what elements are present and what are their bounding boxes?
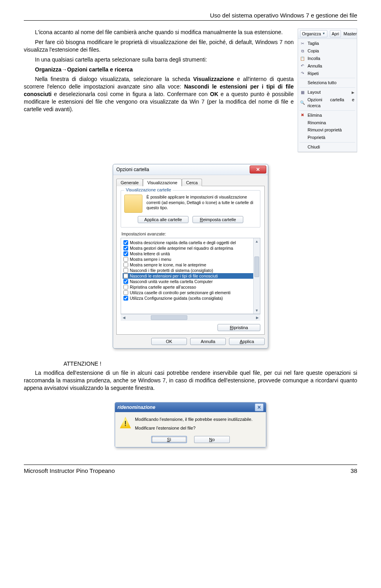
group-title: Visualizzazione cartelle <box>124 187 173 192</box>
rename-line2: Modificare l'estensione del file? <box>135 426 252 430</box>
close-icon: ✕ <box>256 167 260 172</box>
apri-button[interactable]: Apri <box>330 30 341 37</box>
dialog-title: Opzioni cartella <box>116 167 149 172</box>
menu-item-rimuovi-proprieta[interactable]: Rimuovi proprietà <box>298 126 357 134</box>
group-description: È possibile applicare le impostazioni di… <box>146 195 257 213</box>
advanced-setting-row[interactable]: Nascondi i file protetti di sistema (con… <box>123 268 258 273</box>
folder-icon <box>124 195 142 213</box>
folder-options-dialog: Opzioni cartella ✕ Generale Visualizzazi… <box>113 164 268 349</box>
advanced-setting-checkbox[interactable] <box>123 262 128 267</box>
menu-item-rinomina[interactable]: Rinomina <box>298 119 357 127</box>
scroll-left-icon[interactable]: ◀ <box>121 314 127 321</box>
scroll-up-icon[interactable]: ▲ <box>254 238 260 245</box>
advanced-setting-label: Nascondi unità vuote nella cartella Comp… <box>130 279 213 284</box>
menu-item-annulla[interactable]: ↶Annulla <box>298 62 357 70</box>
advanced-setting-row[interactable]: Mostra lettere di unità <box>123 251 258 256</box>
advanced-setting-row[interactable]: Nascondi le estensioni per i tipi di fil… <box>123 273 258 279</box>
advanced-setting-checkbox[interactable] <box>123 290 128 295</box>
rename-close-button[interactable]: ✕ <box>255 403 264 411</box>
advanced-setting-label: Utilizza Configurazione guidata (scelta … <box>130 296 223 301</box>
tab-visualizzazione[interactable]: Visualizzazione <box>143 179 182 186</box>
undo-icon: ↶ <box>300 63 305 69</box>
advanced-setting-row[interactable]: Mostra sempre i menu <box>123 256 258 262</box>
advanced-setting-checkbox[interactable] <box>123 257 128 262</box>
advanced-setting-label: Mostra lettere di unità <box>130 251 170 256</box>
advanced-setting-row[interactable]: Mostra gestori delle anteprime nel riqua… <box>123 245 258 251</box>
menu-item-elimina[interactable]: ✖Elimina <box>298 112 357 119</box>
warning-icon: ! <box>120 417 131 428</box>
hscroll-thumb[interactable] <box>151 315 187 320</box>
delete-icon: ✖ <box>300 112 305 118</box>
dialog-titlebar: Opzioni cartella ✕ <box>113 164 268 175</box>
menu-item-seleziona-tutto[interactable]: Seleziona tutto <box>298 79 357 87</box>
advanced-label: Impostazioni avanzate: <box>121 231 260 236</box>
rename-line1: Modificando l'estensione, il file potreb… <box>135 417 252 422</box>
advanced-setting-checkbox[interactable] <box>123 251 128 256</box>
reset-folders-button[interactable]: Reimposta cartelle <box>192 216 243 223</box>
scroll-thumb[interactable] <box>254 256 259 277</box>
advanced-setting-row[interactable]: Mostra sempre le icone, mai le anteprime <box>123 262 258 268</box>
rename-titlebar: ridenominazione ✕ <box>115 403 266 412</box>
advanced-setting-label: Utilizza caselle di controllo per selezi… <box>130 290 231 295</box>
advanced-setting-checkbox[interactable] <box>123 285 128 289</box>
apply-all-folders-button[interactable]: Applica alle cartelle <box>138 216 189 223</box>
advanced-setting-checkbox[interactable] <box>123 279 128 284</box>
attention-label: ATTENZIONE ! <box>64 361 357 367</box>
advanced-setting-checkbox[interactable] <box>123 240 128 245</box>
advanced-setting-row[interactable]: Utilizza Configurazione guidata (scelta … <box>123 295 258 301</box>
document-header: Uso del sistema operativo Windows 7 e ge… <box>24 12 357 21</box>
redo-icon: ↷ <box>300 71 305 76</box>
no-button[interactable]: No <box>194 436 230 443</box>
advanced-setting-label: Mostra sempre le icone, mai le anteprime <box>130 262 206 267</box>
master-label: Master <box>343 31 357 37</box>
menu-item-copia[interactable]: ⧉Copia <box>298 47 357 55</box>
menu-item-chiudi[interactable]: Chiudi <box>298 143 357 151</box>
advanced-setting-label: Nascondi le estensioni per i tipi di fil… <box>130 274 218 278</box>
advanced-setting-row[interactable]: Ripristina cartelle aperte all'accesso <box>123 284 258 290</box>
advanced-setting-checkbox[interactable] <box>123 268 128 273</box>
rename-dialog: ridenominazione ✕ ! Modificando l'estens… <box>115 402 266 447</box>
horizontal-scrollbar[interactable]: ◀ ▶ <box>121 314 260 321</box>
advanced-setting-label: Mostra descrizione rapida della cartella… <box>130 240 236 245</box>
advanced-settings-list: Mostra descrizione rapida della cartella… <box>121 238 260 314</box>
advanced-setting-label: Mostra sempre i menu <box>130 257 171 262</box>
vertical-scrollbar[interactable]: ▲ ▼ <box>253 238 260 314</box>
footer-page-number: 38 <box>350 467 357 474</box>
advanced-setting-checkbox[interactable] <box>123 296 128 301</box>
menu-item-incolla[interactable]: 📋Incolla <box>298 55 357 62</box>
page-footer: Microsoft Instructor Pino Tropeano 38 <box>24 465 357 474</box>
folder-options-icon: 🔍 <box>300 100 305 106</box>
advanced-setting-label: Nascondi i file protetti di sistema (con… <box>130 268 213 273</box>
cut-icon: ✂ <box>300 41 305 46</box>
tab-generale[interactable]: Generale <box>116 179 143 186</box>
advanced-setting-row[interactable]: Nascondi unità vuote nella cartella Comp… <box>123 279 258 284</box>
context-menu-top: Organizza▼ Apri Master <box>298 29 357 39</box>
advanced-setting-checkbox[interactable] <box>123 274 128 278</box>
organizza-button[interactable]: Organizza▼ <box>300 30 327 37</box>
advanced-setting-row[interactable]: Mostra descrizione rapida della cartella… <box>123 240 258 245</box>
menu-item-ripeti[interactable]: ↷Ripeti <box>298 70 357 77</box>
menu-item-proprieta[interactable]: Proprietà <box>298 134 357 141</box>
annulla-button[interactable]: Annulla <box>190 338 226 345</box>
applica-button[interactable]: Applica <box>229 338 265 345</box>
menu-item-opzioni[interactable]: 🔍Opzioni cartella e ricerca <box>298 96 357 110</box>
paste-icon: 📋 <box>300 56 305 61</box>
advanced-setting-label: Mostra gestori delle anteprime nel riqua… <box>130 246 233 251</box>
scroll-down-icon[interactable]: ▼ <box>254 307 260 314</box>
advanced-setting-label: Ripristina cartelle aperte all'accesso <box>130 285 196 289</box>
tab-cerca[interactable]: Cerca <box>182 179 202 186</box>
context-menu-figure: Organizza▼ Apri Master ✂Taglia ⧉Copia 📋I… <box>298 29 357 152</box>
scroll-right-icon[interactable]: ▶ <box>254 314 260 321</box>
close-icon: ✕ <box>257 405 261 410</box>
layout-icon: ▦ <box>300 90 305 95</box>
footer-author: Microsoft Instructor Pino Tropeano <box>24 467 115 474</box>
menu-item-layout[interactable]: ▦Layout▶ <box>298 89 357 96</box>
advanced-setting-checkbox[interactable] <box>123 246 128 251</box>
advanced-setting-row[interactable]: Utilizza caselle di controllo per selezi… <box>123 290 258 295</box>
yes-button[interactable]: Sì <box>151 436 187 443</box>
ripristina-button[interactable]: Ripristina <box>217 324 260 331</box>
close-button[interactable]: ✕ <box>250 166 266 174</box>
copy-icon: ⧉ <box>300 48 305 54</box>
menu-item-taglia[interactable]: ✂Taglia <box>298 40 357 47</box>
ok-button[interactable]: OK <box>151 338 187 345</box>
